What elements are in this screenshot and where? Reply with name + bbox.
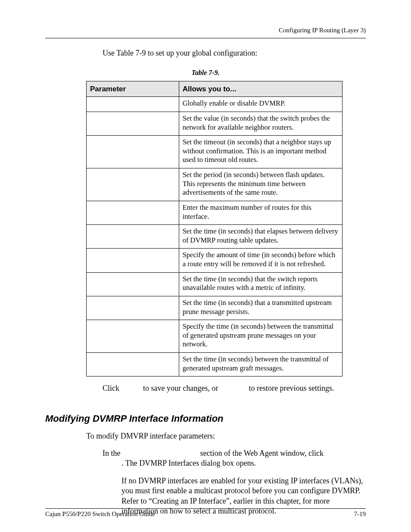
table-row: Specify the amount of time (in seconds) … <box>87 249 342 272</box>
cell-desc: Set the time (in seconds) that the switc… <box>179 272 342 296</box>
text: In the <box>103 449 122 457</box>
page: Configuring IP Routing (Layer 3) Use Tab… <box>0 0 411 532</box>
cell-param <box>87 112 179 135</box>
cell-param <box>87 201 179 224</box>
footer-left: Cajun P550/P220 Switch Operation Guide <box>45 510 155 518</box>
cell-desc: Set the time (in seconds) that elapses b… <box>179 225 342 249</box>
cell-param <box>87 249 179 272</box>
footer-right: 7-19 <box>354 510 366 518</box>
table-row: Set the period (in seconds) between flas… <box>87 168 342 201</box>
text: Click <box>103 384 121 392</box>
text: . The DVMRP Interfaces dialog box opens. <box>103 458 366 468</box>
col-allows: Allows you to... <box>179 81 342 97</box>
table-row: Enter the maximum number of routes for t… <box>87 201 342 224</box>
cell-desc: Set the time (in seconds) between the tr… <box>179 353 342 376</box>
section-intro: To modify DMVRP interface parameters: <box>86 432 215 441</box>
cell-desc: Enter the maximum number of routes for t… <box>179 201 342 224</box>
step-open-interfaces: In the section of the Web Agent window, … <box>103 448 366 469</box>
table-row: Specify the time (in seconds) between th… <box>87 320 342 353</box>
note-text: If no DVMRP interfaces are enabled for y… <box>121 476 366 516</box>
cell-param <box>87 320 179 353</box>
table-row: Set the time (in seconds) that the switc… <box>87 272 342 296</box>
table-row: Set the value (in seconds) that the swit… <box>87 112 342 135</box>
table-row: Set the time (in seconds) that elapses b… <box>87 225 342 249</box>
cell-desc: Specify the amount of time (in seconds) … <box>179 249 342 272</box>
cell-desc: Specify the time (in seconds) between th… <box>179 320 342 353</box>
table-row: Set the timeout (in seconds) that a neig… <box>87 136 342 168</box>
footer-rule <box>45 508 366 509</box>
table-row: Set the time (in seconds) that a transmi… <box>87 296 342 320</box>
cell-param <box>87 136 179 168</box>
cell-desc: Globally enable or disable DVMRP. <box>179 97 342 112</box>
table-7-9: Parameter Allows you to... Globally enab… <box>86 81 342 376</box>
table-row: Set the time (in seconds) between the tr… <box>87 353 342 376</box>
cell-param <box>87 168 179 201</box>
cell-param <box>87 97 179 112</box>
cell-desc: Set the timeout (in seconds) that a neig… <box>179 136 342 168</box>
running-header: Configuring IP Routing (Layer 3) <box>279 27 366 34</box>
section-heading: Modifying DVMRP Interface Information <box>45 413 224 424</box>
text: to save your changes, or <box>143 384 220 392</box>
intro-text: Use Table 7-9 to set up your global conf… <box>103 49 257 58</box>
step-save-cancel: Click to save your changes, or to restor… <box>103 384 366 393</box>
text: to restore previous settings. <box>249 384 334 392</box>
table-header-row: Parameter Allows you to... <box>87 81 342 97</box>
table-row: Globally enable or disable DVMRP. <box>87 97 342 112</box>
cell-desc: Set the value (in seconds) that the swit… <box>179 112 342 135</box>
header-rule <box>45 38 366 38</box>
cell-param <box>87 225 179 249</box>
col-parameter: Parameter <box>87 81 179 97</box>
cell-param <box>87 272 179 296</box>
table-caption: Table 7-9. <box>0 69 411 77</box>
text: section of the Web Agent window, click <box>200 449 324 457</box>
cell-param <box>87 296 179 320</box>
cell-desc: Set the time (in seconds) that a transmi… <box>179 296 342 320</box>
cell-desc: Set the period (in seconds) between flas… <box>179 168 342 201</box>
cell-param <box>87 353 179 376</box>
